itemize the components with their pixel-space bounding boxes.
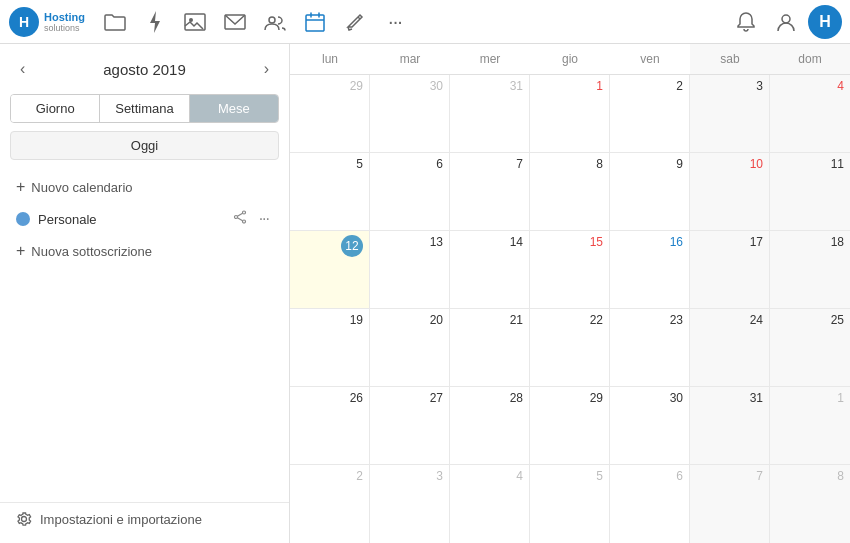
prev-month-btn[interactable]: ‹ (16, 56, 29, 82)
edit-icon-btn[interactable] (337, 4, 373, 40)
calendar-cell[interactable]: 8 (770, 465, 850, 543)
day-number: 5 (296, 157, 363, 171)
calendar-cell[interactable]: 25 (770, 309, 850, 386)
calendar-cell[interactable]: 7 (450, 153, 530, 230)
lightning-icon (148, 11, 162, 33)
calendar-cell[interactable]: 17 (690, 231, 770, 308)
main-layout: ‹ agosto 2019 › Giorno Settimana Mese Og… (0, 44, 850, 543)
calendar-cell[interactable]: 2 (610, 75, 690, 152)
new-calendar-btn[interactable]: + Nuovo calendario (0, 172, 289, 202)
calendar-more-btn[interactable]: ··· (255, 208, 273, 230)
calendar-cell[interactable]: 15 (530, 231, 610, 308)
calendar-cell[interactable]: 13 (370, 231, 450, 308)
calendar-main: lun mar mer gio ven sab dom 293031123456… (290, 44, 850, 543)
header-dom: dom (770, 44, 850, 74)
share-calendar-btn[interactable] (229, 208, 251, 230)
calendar-cell[interactable]: 16 (610, 231, 690, 308)
svg-point-9 (242, 211, 245, 214)
calendar-cell[interactable]: 30 (610, 387, 690, 464)
day-number: 5 (536, 469, 603, 483)
calendar-cell[interactable]: 6 (610, 465, 690, 543)
header-ven: ven (610, 44, 690, 74)
more-icon-btn[interactable]: ··· (377, 4, 413, 40)
calendar-cell[interactable]: 3 (370, 465, 450, 543)
week-view-btn[interactable]: Settimana (100, 95, 189, 122)
day-view-btn[interactable]: Giorno (11, 95, 100, 122)
header-mar: mar (370, 44, 450, 74)
calendar-cell[interactable]: 29 (530, 387, 610, 464)
day-number: 18 (776, 235, 844, 249)
calendar-cell[interactable]: 14 (450, 231, 530, 308)
calendar-cell[interactable]: 12 (290, 231, 370, 308)
calendar-cell[interactable]: 21 (450, 309, 530, 386)
day-number: 19 (296, 313, 363, 327)
calendar-cell[interactable]: 5 (290, 153, 370, 230)
email-icon-btn[interactable] (217, 4, 253, 40)
calendar-cell[interactable]: 1 (770, 387, 850, 464)
settings-btn[interactable]: Impostazioni e importazione (0, 502, 289, 535)
svg-point-10 (234, 216, 237, 219)
day-number: 9 (616, 157, 683, 171)
day-number: 10 (696, 157, 763, 171)
new-subscription-btn[interactable]: + Nuova sottoscrizione (0, 236, 289, 266)
calendar-cell[interactable]: 3 (690, 75, 770, 152)
calendar-cell[interactable]: 6 (370, 153, 450, 230)
calendar-body: 2930311234567891011121314151617181920212… (290, 75, 850, 543)
calendar-cell[interactable]: 1 (530, 75, 610, 152)
day-number: 25 (776, 313, 844, 327)
image-icon-btn[interactable] (177, 4, 213, 40)
calendar-cell[interactable]: 20 (370, 309, 450, 386)
avatar[interactable]: H (808, 5, 842, 39)
lightning-icon-btn[interactable] (137, 4, 173, 40)
sidebar: ‹ agosto 2019 › Giorno Settimana Mese Og… (0, 44, 290, 543)
sidebar-month-title: agosto 2019 (103, 61, 186, 78)
svg-marker-2 (150, 11, 160, 33)
header-gio: gio (530, 44, 610, 74)
calendar-cell[interactable]: 19 (290, 309, 370, 386)
bell-icon-btn[interactable] (728, 4, 764, 40)
calendar-cell[interactable]: 5 (530, 465, 610, 543)
calendar-cell[interactable]: 29 (290, 75, 370, 152)
calendar-cell[interactable]: 26 (290, 387, 370, 464)
calendar-cell[interactable]: 11 (770, 153, 850, 230)
next-month-btn[interactable]: › (260, 56, 273, 82)
calendar-cell[interactable]: 23 (610, 309, 690, 386)
calendar-item-personal: Personale ··· (0, 202, 289, 236)
topnav-right: H (728, 4, 842, 40)
calendar-cell[interactable]: 27 (370, 387, 450, 464)
calendar-cell[interactable]: 22 (530, 309, 610, 386)
day-number: 29 (536, 391, 603, 405)
month-view-btn[interactable]: Mese (190, 95, 278, 122)
calendar-cell[interactable]: 4 (770, 75, 850, 152)
folder-icon-btn[interactable] (97, 4, 133, 40)
calendar-cell[interactable]: 10 (690, 153, 770, 230)
day-number: 1 (776, 391, 844, 405)
calendar-cell[interactable]: 2 (290, 465, 370, 543)
day-number: 15 (536, 235, 603, 249)
calendar-cell[interactable]: 28 (450, 387, 530, 464)
calendar-cell[interactable]: 24 (690, 309, 770, 386)
calendar-cell[interactable]: 30 (370, 75, 450, 152)
calendar-header: lun mar mer gio ven sab dom (290, 44, 850, 75)
calendar-cell[interactable]: 4 (450, 465, 530, 543)
calendar-cell[interactable]: 8 (530, 153, 610, 230)
today-btn[interactable]: Oggi (10, 131, 279, 160)
calendar-cell[interactable]: 9 (610, 153, 690, 230)
sidebar-month-nav: ‹ agosto 2019 › (0, 44, 289, 94)
calendar-week: 567891011 (290, 153, 850, 231)
calendar-cell[interactable]: 31 (690, 387, 770, 464)
logo-text: Hosting solutions (44, 11, 85, 33)
day-number: 20 (376, 313, 443, 327)
contacts-icon-btn[interactable] (257, 4, 293, 40)
calendar-cell[interactable]: 18 (770, 231, 850, 308)
calendar-icon-btn[interactable] (297, 4, 333, 40)
svg-point-6 (269, 17, 275, 23)
email-icon (224, 14, 246, 30)
calendar-cell[interactable]: 31 (450, 75, 530, 152)
day-number: 1 (536, 79, 603, 93)
app-logo[interactable]: H Hosting solutions (8, 6, 85, 38)
calendar-cell[interactable]: 7 (690, 465, 770, 543)
day-number: 30 (616, 391, 683, 405)
calendar-label: Personale (38, 212, 221, 227)
user-icon-btn[interactable] (768, 4, 804, 40)
